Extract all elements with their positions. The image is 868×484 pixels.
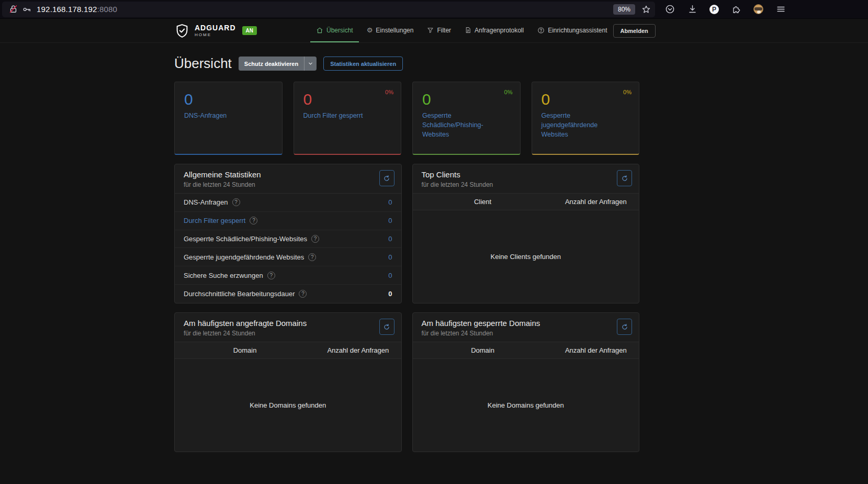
chevron-down-icon	[308, 61, 313, 66]
row-label: Gesperrte jugendgefährdende Websites	[184, 253, 304, 261]
refresh-button[interactable]	[617, 319, 632, 335]
row-value[interactable]: 0	[388, 253, 392, 261]
panel-subtitle: für die letzten 24 Stunden	[422, 330, 630, 337]
row-value[interactable]: 0	[388, 235, 392, 243]
help-icon[interactable]: ?	[232, 198, 240, 206]
row-value: 0	[388, 290, 392, 298]
dashboard-content: Übersicht Schutz deaktivieren Statistike…	[174, 55, 639, 452]
pocket-icon[interactable]	[664, 4, 675, 15]
nav-label: Einstellungen	[376, 27, 413, 34]
row-value[interactable]: 0	[388, 217, 392, 224]
refresh-button[interactable]	[617, 170, 632, 186]
raccoon-extension-icon[interactable]	[753, 4, 763, 14]
nav-label: Filter	[437, 27, 451, 34]
protection-status-badge: AN	[242, 26, 257, 35]
disable-protection-split-button: Schutz deaktivieren	[239, 57, 317, 71]
main-nav: Übersicht ⚙ Einstellungen Filter	[310, 19, 613, 42]
top-clients-panel: Top Clients für die letzten 24 Stunden C…	[412, 164, 640, 303]
column-header-domain: Domain	[175, 346, 315, 354]
funnel-icon	[427, 27, 434, 33]
table-header: Domain Anzahl der Anfragen	[175, 342, 401, 359]
insecure-lock-icon[interactable]	[6, 3, 20, 16]
brand-text: ADGUARD HOME	[195, 24, 236, 37]
column-header-count: Anzahl der Anfragen	[315, 346, 401, 354]
disable-protection-dropdown[interactable]	[304, 57, 317, 71]
nav-item-uebersicht[interactable]: Übersicht	[310, 19, 359, 42]
address-url: 192.168.178.192:8080	[37, 5, 117, 14]
download-icon[interactable]	[687, 4, 697, 15]
stat-card-3: 0 Gesperrte jugendgefährdende Websites 0…	[532, 82, 640, 155]
empty-state-text: Keine Domains gefunden	[413, 359, 639, 452]
column-header-domain: Domain	[413, 346, 553, 354]
url-bar[interactable]: 192.168.178.192:8080 80%	[2, 2, 655, 17]
row-label: Durchschnittliche Bearbeitungsdauer	[184, 290, 295, 298]
panel-head: Top Clients für die letzten 24 Stunden	[413, 164, 639, 194]
stat-value: 0	[303, 91, 392, 108]
row-label-link[interactable]: Durch Filter gesperrt	[184, 217, 245, 224]
panel-title: Top Clients	[422, 170, 630, 179]
help-icon[interactable]: ?	[267, 272, 275, 279]
disable-protection-button[interactable]: Schutz deaktivieren	[239, 57, 304, 71]
refresh-icon	[383, 175, 390, 182]
nav-item-einstellungen[interactable]: ⚙ Einstellungen	[361, 19, 420, 42]
panel-head: Am häufigsten angefragte Domains für die…	[175, 313, 401, 342]
stats-row-dns: DNS-Anfragen ? 0	[175, 194, 401, 212]
column-header-client: Client	[413, 198, 553, 206]
help-icon[interactable]: ?	[308, 253, 316, 261]
brand-title: ADGUARD	[195, 24, 236, 31]
row-value[interactable]: 0	[388, 198, 392, 206]
help-icon[interactable]: ?	[311, 235, 319, 243]
adguard-logo[interactable]: ADGUARD HOME	[174, 19, 236, 42]
row-value[interactable]: 0	[388, 272, 392, 279]
page-head: Übersicht Schutz deaktivieren Statistike…	[174, 55, 639, 72]
nav-item-filter[interactable]: Filter	[421, 19, 457, 42]
panel-title: Am häufigsten angefragte Domains	[184, 319, 392, 328]
nav-item-anfragenprotokoll[interactable]: Anfragenprotokoll	[459, 19, 529, 42]
stats-row-processing-time: Durchschnittliche Bearbeitungsdauer ? 0	[175, 285, 401, 303]
bookmark-star-icon[interactable]	[641, 5, 651, 14]
document-icon	[465, 27, 471, 33]
stat-card-link[interactable]: Gesperrte jugendgefährdende Websites	[542, 111, 620, 139]
help-icon[interactable]: ?	[299, 290, 307, 298]
table-header: Client Anzahl der Anfragen	[413, 194, 639, 210]
general-statistics-panel: Allgemeine Statistiken für die letzten 2…	[174, 164, 402, 303]
stat-card-link[interactable]: DNS-Anfragen	[184, 111, 227, 120]
zoom-level-badge[interactable]: 80%	[613, 4, 635, 15]
nav-item-einrichtungsassistent[interactable]: Einrichtungsassistent	[532, 19, 613, 42]
refresh-button[interactable]	[379, 319, 394, 335]
extensions-puzzle-icon[interactable]	[731, 4, 741, 15]
page-title: Übersicht	[174, 55, 232, 72]
logout-button[interactable]: Abmelden	[613, 24, 656, 38]
key-permission-icon[interactable]	[20, 3, 33, 16]
menu-hamburger-icon[interactable]	[775, 4, 786, 15]
stat-value: 0	[422, 91, 511, 108]
url-port: :8080	[97, 5, 118, 14]
nav-label: Anfragenprotokoll	[475, 27, 524, 34]
help-icon[interactable]: ?	[250, 217, 257, 224]
toolbar-extension-area: P	[664, 4, 790, 15]
stat-card-link[interactable]: Durch Filter gesperrt	[303, 111, 363, 120]
refresh-icon	[621, 175, 628, 182]
stat-card-0: 0 DNS-Anfragen	[174, 82, 283, 155]
stats-row-malware: Gesperrte Schädliche/Phishing-Websites ?…	[175, 230, 401, 249]
refresh-statistics-button[interactable]: Statistiken aktualisieren	[323, 57, 403, 71]
raccoon-snout	[757, 10, 761, 14]
stat-percent: 0%	[385, 89, 393, 95]
panel-subtitle: für die letzten 24 Stunden	[184, 181, 392, 188]
refresh-button[interactable]	[379, 170, 394, 186]
blocked-domains-panel: Am häufigsten gesperrte Domains für die …	[412, 312, 640, 452]
empty-state-text: Keine Domains gefunden	[175, 359, 401, 452]
column-header-count: Anzahl der Anfragen	[553, 198, 639, 206]
bottom-panels: Am häufigsten angefragte Domains für die…	[174, 312, 639, 452]
panel-head: Am häufigsten gesperrte Domains für die …	[413, 313, 639, 342]
stat-card-link[interactable]: Gesperrte Schädliche/Phishing-Websites	[422, 111, 501, 139]
row-label: Gesperrte Schädliche/Phishing-Websites	[184, 235, 307, 243]
stat-percent: 0%	[623, 89, 632, 95]
stats-row-adult: Gesperrte jugendgefährdende Websites ? 0	[175, 248, 401, 266]
top-domains-panel: Am häufigsten angefragte Domains für die…	[174, 312, 402, 452]
column-header-count: Anzahl der Anfragen	[553, 346, 639, 354]
stat-cards-row: 0 DNS-Anfragen 0 Durch Filter gesperrt 0…	[174, 82, 639, 155]
shield-logo-icon	[174, 23, 190, 39]
p-extension-icon[interactable]: P	[709, 5, 719, 14]
stat-value: 0	[542, 91, 630, 108]
